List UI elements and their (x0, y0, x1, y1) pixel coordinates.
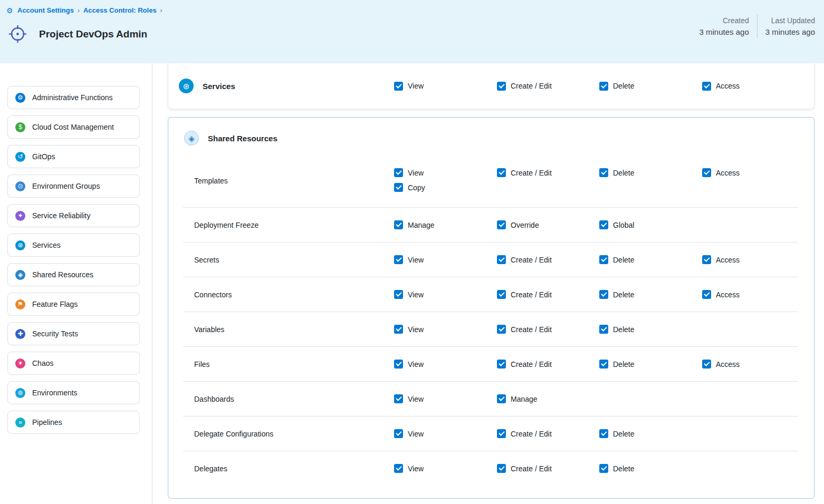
sidebar-item-chaos[interactable]: ✶ Chaos (7, 352, 140, 375)
checkbox-checked-icon[interactable] (497, 290, 506, 299)
permission-checkbox-item[interactable]: Manage (394, 220, 497, 229)
permission-label: View (408, 395, 424, 403)
checkbox-checked-icon[interactable] (702, 360, 711, 369)
shared-resources-title: Shared Resources (208, 134, 277, 143)
checkbox-checked-icon[interactable] (497, 325, 506, 334)
last-updated-label: Last Updated (765, 15, 815, 26)
security-tests-icon: ✚ (15, 329, 25, 339)
permission-checkbox-item[interactable]: Copy (394, 183, 497, 192)
sidebar-item-environment-groups[interactable]: ⊙ Environment Groups (7, 175, 140, 198)
permission-checkbox-item[interactable]: Access (702, 82, 814, 91)
sidebar-item-gitops[interactable]: ↺ GitOps (7, 145, 140, 168)
checkbox-checked-icon[interactable] (599, 255, 608, 264)
checkbox-checked-icon[interactable] (599, 325, 608, 334)
checkbox-checked-icon[interactable] (599, 168, 608, 177)
permission-label: Create / Edit (511, 82, 552, 90)
permission-checkbox-item[interactable]: Create / Edit (497, 168, 599, 177)
checkbox-checked-icon[interactable] (394, 394, 403, 403)
checkbox-checked-icon[interactable] (497, 429, 506, 438)
permission-checkbox-item[interactable]: View (394, 168, 497, 177)
permission-checkbox-item[interactable]: View (394, 325, 497, 334)
checkbox-checked-icon[interactable] (599, 429, 608, 438)
permission-checkbox-item[interactable]: Delete (599, 82, 702, 91)
shared-resources-rows: Templates View Copy Create / Edit Delete… (168, 156, 814, 486)
checkbox-checked-icon[interactable] (394, 360, 403, 369)
permission-checkbox-item[interactable]: Delete (599, 325, 702, 334)
checkbox-checked-icon[interactable] (497, 464, 506, 473)
permission-checkbox-item[interactable]: Access (702, 360, 814, 369)
permission-checkbox-item[interactable]: Delete (599, 290, 702, 299)
sidebar-item-security-tests[interactable]: ✚ Security Tests (7, 322, 140, 345)
permission-checkbox-item[interactable]: Delete (599, 429, 702, 438)
permission-checkbox-item[interactable]: Delete (599, 360, 702, 369)
breadcrumb-access-control-roles[interactable]: Access Control: Roles (83, 6, 157, 14)
sidebar-item-services[interactable]: ⊛ Services (7, 234, 140, 257)
breadcrumb-account-settings[interactable]: Account Settings (17, 6, 74, 14)
checkbox-checked-icon[interactable] (394, 290, 403, 299)
checkbox-checked-icon[interactable] (394, 82, 403, 91)
checkbox-checked-icon[interactable] (394, 220, 403, 229)
settings-gear-icon[interactable]: ⚙ (6, 6, 13, 15)
permission-checkbox-item[interactable]: Create / Edit (497, 325, 599, 334)
role-meta: Created 3 minutes ago Last Updated 3 min… (700, 15, 815, 38)
checkbox-checked-icon[interactable] (497, 82, 506, 91)
permission-checkbox-item[interactable]: Override (497, 220, 599, 229)
checkbox-checked-icon[interactable] (497, 255, 506, 264)
checkbox-checked-icon[interactable] (497, 220, 506, 229)
checkbox-checked-icon[interactable] (394, 464, 403, 473)
checkbox-checked-icon[interactable] (702, 290, 711, 299)
permission-checkbox-item[interactable]: View (394, 429, 497, 438)
permission-checkbox-item[interactable]: Create / Edit (497, 255, 599, 264)
sidebar-item-feature-flags[interactable]: ⚑ Feature Flags (7, 293, 140, 316)
permission-checkbox-item[interactable]: Create / Edit (497, 82, 599, 91)
permission-checkbox-item[interactable]: Create / Edit (497, 290, 599, 299)
sidebar-item-shared-resources[interactable]: ◈ Shared Resources (7, 263, 140, 286)
permission-checkbox-item[interactable]: Delete (599, 464, 702, 473)
checkbox-checked-icon[interactable] (599, 360, 608, 369)
permission-label: Access (716, 169, 740, 177)
permission-checkbox-item[interactable]: View (394, 82, 497, 91)
sidebar-item-cloud-cost-management[interactable]: $ Cloud Cost Management (7, 115, 140, 139)
permission-checkbox-item[interactable]: Access (702, 290, 814, 299)
checkbox-checked-icon[interactable] (394, 255, 403, 264)
permissions-content: ⊛ Services View Create / Edit Delete Acc… (153, 63, 824, 504)
permission-checkbox-item[interactable]: Access (702, 255, 814, 264)
permission-checkbox-item[interactable]: View (394, 255, 497, 264)
sidebar-item-pipelines[interactable]: » Pipelines (7, 411, 140, 434)
checkbox-checked-icon[interactable] (702, 168, 711, 177)
checkbox-checked-icon[interactable] (394, 183, 403, 192)
services-icon: ⊛ (15, 240, 25, 250)
permission-checkbox-item[interactable]: Manage (497, 394, 599, 403)
checkbox-checked-icon[interactable] (394, 325, 403, 334)
checkbox-checked-icon[interactable] (599, 290, 608, 299)
checkbox-checked-icon[interactable] (599, 220, 608, 229)
checkbox-checked-icon[interactable] (497, 360, 506, 369)
sidebar-item-environments[interactable]: ⊚ Environments (7, 381, 140, 404)
checkbox-checked-icon[interactable] (702, 255, 711, 264)
permission-checkbox-item[interactable]: View (394, 464, 497, 473)
permission-row-templates: Templates View Copy Create / Edit Delete… (168, 156, 814, 207)
permission-checkbox-item[interactable]: Delete (599, 168, 702, 177)
checkbox-checked-icon[interactable] (599, 464, 608, 473)
checkbox-checked-icon[interactable] (394, 429, 403, 438)
permission-checkbox-item[interactable]: Create / Edit (497, 464, 599, 473)
checkbox-checked-icon[interactable] (702, 82, 711, 91)
resource-label: Templates (168, 156, 394, 185)
permission-checkbox-item[interactable]: Global (599, 220, 702, 229)
checkbox-checked-icon[interactable] (394, 168, 403, 177)
checkbox-checked-icon[interactable] (497, 394, 506, 403)
permission-checkbox-item[interactable]: View (394, 290, 497, 299)
sidebar-item-service-reliability[interactable]: ✦ Service Reliability (7, 204, 140, 227)
checkbox-checked-icon[interactable] (497, 168, 506, 177)
permission-checkbox-item[interactable]: View (394, 394, 497, 403)
permission-checkbox-item[interactable]: View (394, 360, 497, 369)
permission-checkbox-item[interactable]: Create / Edit (497, 429, 599, 438)
permission-label: Delete (613, 325, 634, 334)
permission-label: Create / Edit (511, 169, 552, 177)
permission-label: View (408, 82, 424, 90)
permission-checkbox-item[interactable]: Delete (599, 255, 702, 264)
checkbox-checked-icon[interactable] (599, 82, 608, 91)
permission-checkbox-item[interactable]: Create / Edit (497, 360, 599, 369)
permission-checkbox-item[interactable]: Access (702, 168, 814, 177)
sidebar-item-administrative-functions[interactable]: ⚙ Administrative Functions (7, 86, 140, 109)
